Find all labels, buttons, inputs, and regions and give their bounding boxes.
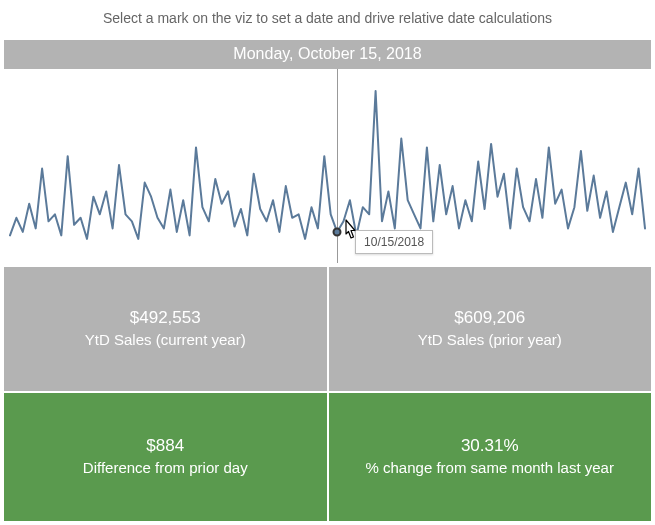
metric-ytd-prior: $609,206 YtD Sales (prior year) — [329, 267, 652, 391]
metric-label: % change from same month last year — [366, 458, 614, 478]
selected-date-header: Monday, October 15, 2018 — [4, 40, 651, 69]
metric-diff-prior-day: $884 Difference from prior day — [4, 393, 327, 521]
metric-value: $492,553 — [130, 307, 201, 330]
metric-label: YtD Sales (current year) — [85, 330, 246, 350]
metric-ytd-current: $492,553 YtD Sales (current year) — [4, 267, 327, 391]
metric-value: $884 — [146, 435, 184, 458]
instruction-text: Select a mark on the viz to set a date a… — [4, 4, 651, 40]
metric-value: $609,206 — [454, 307, 525, 330]
metric-label: Difference from prior day — [83, 458, 248, 478]
line-chart[interactable]: 10/15/2018 — [4, 69, 651, 265]
metric-pct-change: 30.31% % change from same month last yea… — [329, 393, 652, 521]
tooltip: 10/15/2018 — [355, 230, 433, 254]
selected-mark[interactable] — [333, 227, 342, 236]
metric-value: 30.31% — [461, 435, 519, 458]
metric-label: YtD Sales (prior year) — [418, 330, 562, 350]
